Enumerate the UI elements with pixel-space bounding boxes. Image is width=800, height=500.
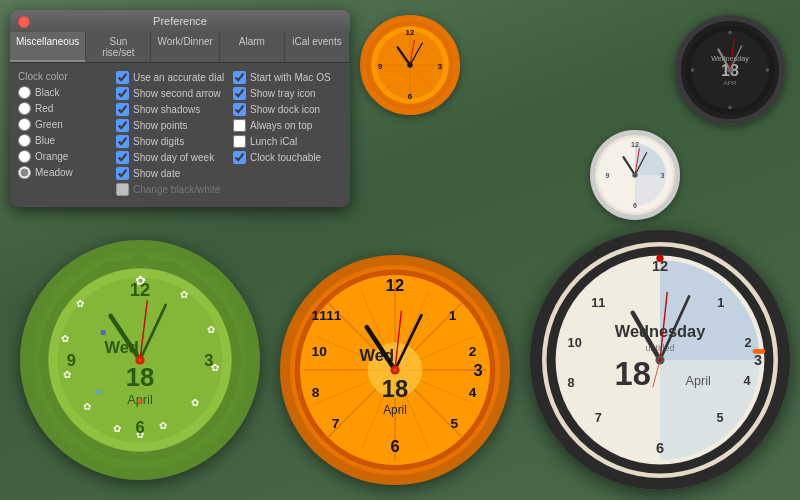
svg-text:2: 2 bbox=[469, 344, 477, 359]
svg-text:April: April bbox=[685, 374, 710, 388]
check-clock-touchable[interactable]: Clock touchable bbox=[233, 151, 342, 164]
svg-text:18: 18 bbox=[615, 355, 651, 392]
svg-text:3: 3 bbox=[204, 351, 213, 369]
svg-text:Wednesday: Wednesday bbox=[615, 322, 705, 340]
tab-alarm[interactable]: Alarm bbox=[220, 32, 285, 62]
svg-text:✿: ✿ bbox=[76, 298, 84, 309]
svg-text:3: 3 bbox=[474, 361, 483, 379]
preference-panel: Preference Miscellaneous Sun rise/set Wo… bbox=[10, 10, 350, 207]
svg-point-136 bbox=[658, 358, 662, 362]
svg-text:8: 8 bbox=[568, 376, 575, 390]
pref-body: Clock color Black Red Green Blue Orange … bbox=[10, 63, 350, 207]
svg-point-80 bbox=[101, 330, 107, 336]
svg-text:12: 12 bbox=[130, 279, 150, 300]
panel-title: Preference bbox=[153, 15, 207, 27]
clock-white-small[interactable]: 12 3 6 9 bbox=[590, 130, 680, 220]
svg-point-112 bbox=[393, 368, 397, 372]
svg-text:✿: ✿ bbox=[83, 401, 91, 412]
svg-point-26 bbox=[727, 67, 732, 72]
svg-text:7: 7 bbox=[332, 416, 340, 431]
tab-bar: Miscellaneous Sun rise/set Work/Dinner A… bbox=[10, 32, 350, 63]
check-black-white[interactable]: Change black/white bbox=[116, 183, 225, 196]
clock-green-large[interactable]: ✿ ✿ ✿ ✿ ✿ ✿ ✿ ✿ ✿ ✿ ✿ ✿ 12 3 6 9 Wed 18 … bbox=[20, 240, 260, 480]
svg-point-137 bbox=[656, 255, 663, 262]
svg-text:April: April bbox=[383, 403, 407, 417]
color-green[interactable]: Green bbox=[18, 118, 108, 131]
svg-text:✿: ✿ bbox=[159, 420, 167, 431]
clock-color-title: Clock color bbox=[18, 71, 108, 82]
svg-point-31 bbox=[632, 172, 637, 177]
check-always-top[interactable]: Always on top bbox=[233, 119, 342, 132]
svg-text:4: 4 bbox=[469, 385, 477, 400]
clock-dark-large[interactable]: 12 11 10 2 3 4 5 6 7 8 1 Wednesday untit… bbox=[530, 230, 790, 490]
svg-text:18: 18 bbox=[126, 363, 155, 391]
close-button[interactable] bbox=[18, 16, 30, 28]
check-points[interactable]: Show points bbox=[116, 119, 225, 132]
svg-text:6: 6 bbox=[390, 437, 399, 455]
svg-text:6: 6 bbox=[656, 440, 664, 456]
tab-workdinner[interactable]: Work/Dinner bbox=[151, 32, 219, 62]
check-accurate-dial[interactable]: Use an accurate dial bbox=[116, 71, 225, 84]
clock-color-section: Clock color Black Red Green Blue Orange … bbox=[18, 71, 108, 199]
svg-text:✿: ✿ bbox=[180, 289, 188, 300]
svg-text:6: 6 bbox=[135, 418, 144, 436]
check-lunch-ical[interactable]: Lunch iCal bbox=[233, 135, 342, 148]
svg-text:9: 9 bbox=[67, 351, 76, 369]
svg-point-19 bbox=[691, 68, 695, 72]
check-shadows[interactable]: Show shadows bbox=[116, 103, 225, 116]
svg-text:12: 12 bbox=[386, 276, 404, 294]
check-digits[interactable]: Show digits bbox=[116, 135, 225, 148]
svg-text:11: 11 bbox=[312, 308, 328, 323]
checkbox-group-right: Start with Mac OS Show tray icon Show do… bbox=[233, 71, 342, 199]
svg-point-17 bbox=[766, 68, 770, 72]
svg-text:11: 11 bbox=[591, 296, 605, 310]
color-black[interactable]: Black bbox=[18, 86, 108, 99]
svg-text:7: 7 bbox=[595, 411, 602, 425]
svg-point-78 bbox=[138, 358, 142, 362]
svg-text:3: 3 bbox=[754, 352, 762, 368]
svg-text:1: 1 bbox=[449, 308, 457, 323]
svg-point-16 bbox=[728, 31, 732, 35]
check-dock-icon[interactable]: Show dock icon bbox=[233, 103, 342, 116]
svg-text:18: 18 bbox=[382, 376, 408, 402]
svg-text:✿: ✿ bbox=[113, 423, 121, 434]
svg-text:9: 9 bbox=[378, 62, 383, 71]
svg-text:✿: ✿ bbox=[61, 333, 69, 344]
svg-point-13 bbox=[407, 62, 412, 67]
tab-miscellaneous[interactable]: Miscellaneous bbox=[10, 32, 86, 62]
svg-text:✿: ✿ bbox=[207, 324, 215, 335]
svg-text:3: 3 bbox=[438, 62, 443, 71]
svg-text:11: 11 bbox=[326, 308, 342, 323]
check-day-of-week[interactable]: Show day of week bbox=[116, 151, 225, 164]
color-red[interactable]: Red bbox=[18, 102, 108, 115]
svg-text:4: 4 bbox=[744, 374, 751, 388]
tab-ical[interactable]: iCal events bbox=[285, 32, 350, 62]
check-date[interactable]: Show date bbox=[116, 167, 225, 180]
svg-point-81 bbox=[96, 389, 102, 395]
color-orange[interactable]: Orange bbox=[18, 150, 108, 163]
svg-text:10: 10 bbox=[312, 344, 328, 359]
svg-text:12: 12 bbox=[631, 141, 639, 149]
svg-text:8: 8 bbox=[312, 385, 320, 400]
svg-text:6: 6 bbox=[408, 92, 413, 101]
svg-text:9: 9 bbox=[605, 172, 609, 180]
svg-text:✿: ✿ bbox=[191, 397, 199, 408]
svg-text:5: 5 bbox=[451, 416, 459, 431]
svg-point-79 bbox=[137, 399, 143, 405]
svg-text:1: 1 bbox=[717, 296, 724, 310]
clock-orange-small[interactable]: 12 3 6 9 bbox=[360, 15, 460, 115]
svg-text:5: 5 bbox=[716, 411, 723, 425]
svg-point-18 bbox=[728, 106, 732, 110]
tab-sunrise[interactable]: Sun rise/set bbox=[86, 32, 151, 62]
color-meadow[interactable]: Meadow bbox=[18, 166, 108, 179]
svg-text:10: 10 bbox=[568, 336, 582, 350]
check-start-macos[interactable]: Start with Mac OS bbox=[233, 71, 342, 84]
check-tray-icon[interactable]: Show tray icon bbox=[233, 87, 342, 100]
svg-text:6: 6 bbox=[633, 202, 637, 210]
svg-text:✿: ✿ bbox=[63, 369, 71, 380]
clock-dark-small[interactable]: Wednesday 18 APR bbox=[675, 15, 785, 125]
clock-orange-large[interactable]: 12 11 10 2 3 4 5 6 7 8 1 11 Wed 18 April bbox=[280, 255, 510, 485]
color-blue[interactable]: Blue bbox=[18, 134, 108, 147]
svg-text:12: 12 bbox=[406, 28, 415, 37]
check-second-arrow[interactable]: Show second arrow bbox=[116, 87, 225, 100]
